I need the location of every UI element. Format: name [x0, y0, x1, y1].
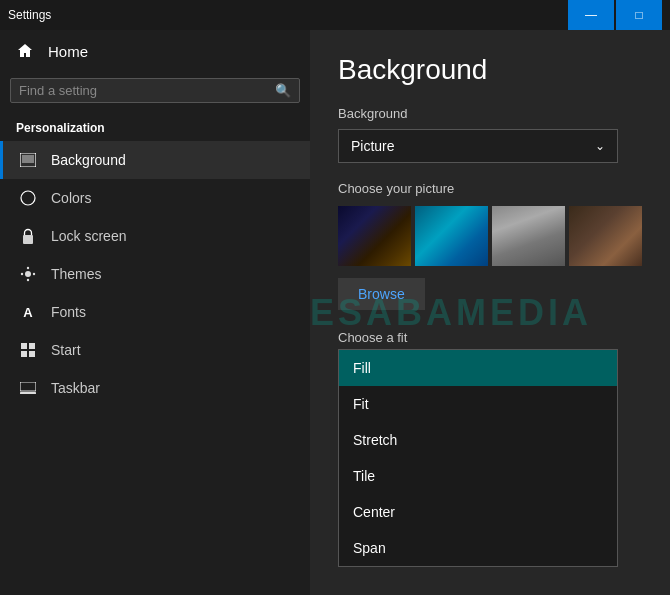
svg-rect-3	[23, 235, 33, 244]
sidebar-item-start[interactable]: Start	[0, 331, 310, 369]
search-input[interactable]	[19, 83, 275, 98]
start-label: Start	[51, 342, 81, 358]
chevron-down-icon: ⌄	[595, 139, 605, 153]
sidebar-item-home[interactable]: Home	[0, 30, 310, 72]
search-icon: 🔍	[275, 83, 291, 98]
fit-option-center[interactable]: Center	[339, 494, 617, 530]
colors-label: Colors	[51, 190, 91, 206]
page-title: Background	[338, 54, 642, 86]
picture-thumb-4[interactable]	[569, 206, 642, 266]
choose-picture-label: Choose your picture	[338, 181, 642, 196]
sidebar-item-themes[interactable]: Themes	[0, 255, 310, 293]
svg-rect-14	[20, 392, 36, 394]
svg-point-8	[33, 273, 35, 275]
svg-rect-9	[21, 343, 27, 349]
fit-option-fill[interactable]: Fill	[339, 350, 617, 386]
svg-point-7	[21, 273, 23, 275]
svg-rect-10	[29, 343, 35, 349]
lock-icon	[19, 227, 37, 245]
dropdown-value: Picture	[351, 138, 395, 154]
maximize-button[interactable]: □	[616, 0, 662, 30]
lock-screen-label: Lock screen	[51, 228, 126, 244]
window-controls: — □	[568, 0, 662, 30]
taskbar-label: Taskbar	[51, 380, 100, 396]
themes-label: Themes	[51, 266, 102, 282]
svg-rect-11	[21, 351, 27, 357]
fit-option-stretch[interactable]: Stretch	[339, 422, 617, 458]
sidebar-item-fonts[interactable]: A Fonts	[0, 293, 310, 331]
svg-point-4	[25, 271, 31, 277]
fonts-label: Fonts	[51, 304, 86, 320]
picture-thumb-3[interactable]	[492, 206, 565, 266]
app-title: Settings	[8, 8, 51, 22]
background-section-label: Background	[338, 106, 642, 121]
choose-fit-label: Choose a fit	[338, 330, 642, 345]
home-icon	[16, 42, 34, 60]
title-bar: Settings — □	[0, 0, 670, 30]
fit-option-tile[interactable]: Tile	[339, 458, 617, 494]
background-label: Background	[51, 152, 126, 168]
start-icon	[19, 341, 37, 359]
section-personalization: Personalization	[0, 113, 310, 141]
svg-point-5	[27, 267, 29, 269]
search-box[interactable]: 🔍	[10, 78, 300, 103]
sidebar-item-lock-screen[interactable]: Lock screen	[0, 217, 310, 255]
picture-thumb-2[interactable]	[415, 206, 488, 266]
sidebar-item-background[interactable]: Background	[0, 141, 310, 179]
fonts-icon: A	[19, 303, 37, 321]
fit-dropdown[interactable]: Fill Fit Stretch Tile Center Span	[338, 349, 618, 567]
sidebar: Home 🔍 Personalization Background Colors	[0, 30, 310, 595]
sidebar-item-taskbar[interactable]: Taskbar	[0, 369, 310, 407]
fit-option-span[interactable]: Span	[339, 530, 617, 566]
colors-icon	[19, 189, 37, 207]
browse-button[interactable]: Browse	[338, 278, 425, 310]
taskbar-icon	[19, 379, 37, 397]
themes-icon	[19, 265, 37, 283]
content-area: NESABAMEDIA Background Background Pictur…	[310, 30, 670, 595]
svg-rect-13	[20, 382, 36, 391]
svg-point-2	[21, 191, 35, 205]
background-dropdown[interactable]: Picture ⌄	[338, 129, 618, 163]
svg-rect-1	[22, 155, 34, 163]
home-label: Home	[48, 43, 88, 60]
minimize-button[interactable]: —	[568, 0, 614, 30]
svg-point-6	[27, 279, 29, 281]
fit-option-fit[interactable]: Fit	[339, 386, 617, 422]
picture-row	[338, 206, 642, 266]
picture-thumb-1[interactable]	[338, 206, 411, 266]
background-icon	[19, 151, 37, 169]
sidebar-item-colors[interactable]: Colors	[0, 179, 310, 217]
main-layout: Home 🔍 Personalization Background Colors	[0, 30, 670, 595]
svg-rect-12	[29, 351, 35, 357]
